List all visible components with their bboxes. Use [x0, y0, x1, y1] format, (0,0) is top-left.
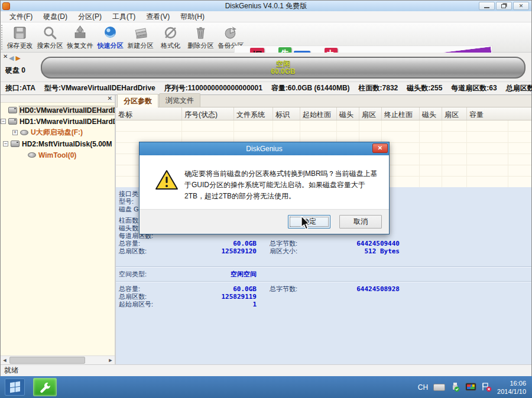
menu-bar: 文件(F) 硬盘(D) 分区(P) 工具(T) 查看(V) 帮助(H): [1, 11, 531, 22]
language-indicator[interactable]: CH: [418, 383, 428, 392]
detail-value: 125829119: [178, 293, 257, 301]
maximize-button[interactable]: [496, 2, 512, 10]
network-status-icon[interactable]: [482, 382, 492, 392]
toolbar-grip: [1, 25, 4, 50]
scrollbar-thumb[interactable]: [9, 357, 85, 364]
close-button[interactable]: ✕: [513, 2, 529, 10]
backup-partition-icon: [223, 25, 238, 40]
tree-item-udashi[interactable]: + U大师启动盘(F:): [1, 127, 115, 138]
disk-info-strip: 接口:ATA 型号:VMwareVirtualIDEHardDrive 序列号:…: [1, 82, 531, 95]
detail-value: 1: [178, 301, 257, 308]
scroll-right-icon[interactable]: ►: [106, 357, 115, 364]
expand-icon[interactable]: +: [12, 130, 18, 135]
disk-tree-panel: ✕ HD0:VMwareVirtualIDEHardD − HD1:VMware…: [1, 95, 116, 364]
tree-close-icon[interactable]: ✕: [108, 95, 112, 102]
prev-disk-arrow-icon[interactable]: ◀: [9, 54, 14, 61]
cancel-button[interactable]: 取消: [339, 215, 382, 229]
disk-icon: [8, 107, 17, 113]
tree-item-wimtool[interactable]: WimTool(0): [1, 149, 115, 161]
search-icon: [43, 25, 57, 40]
quick-partition-icon: [103, 25, 118, 40]
detail-value: 512 Bytes: [326, 247, 400, 255]
divider: [116, 266, 531, 267]
space-bar-title: 空闲: [276, 60, 290, 68]
new-partition-button[interactable]: 新建分区: [125, 22, 155, 52]
search-partition-button[interactable]: 搜索分区: [35, 22, 65, 52]
start-button[interactable]: [5, 379, 25, 396]
menu-help[interactable]: 帮助(H): [175, 11, 210, 23]
minimize-icon: [484, 7, 489, 8]
menu-tools[interactable]: 工具(T): [107, 11, 141, 23]
next-disk-arrow-icon[interactable]: ▶: [16, 54, 21, 61]
dialog-title-bar: DiskGenius ✕: [140, 142, 389, 155]
disk-icon: [8, 118, 17, 125]
dialog-title: DiskGenius: [246, 145, 282, 153]
usb-device-icon[interactable]: [450, 382, 460, 392]
collapse-icon[interactable]: −: [1, 119, 6, 124]
detail-value: 60.0GB: [178, 240, 257, 247]
warning-icon: [155, 169, 179, 191]
status-text: 就绪: [4, 366, 18, 376]
dialog-body: 确定要将当前磁盘的分区表格式转换到MBR吗？当前磁盘上基于GUID分区的操作系统…: [140, 155, 389, 209]
scroll-left-icon[interactable]: ◄: [1, 357, 9, 364]
menu-view[interactable]: 查看(V): [141, 11, 175, 23]
recover-files-button[interactable]: 恢复文件: [65, 22, 95, 52]
detail-value: 64424509440: [326, 240, 400, 247]
desktop: DiskGenius V4.0.1 免费版 ✕ 文件(F) 硬盘(D) 分区(P…: [0, 0, 532, 398]
keyboard-icon[interactable]: [433, 384, 445, 391]
status-bar: 就绪: [1, 364, 531, 376]
title-bar: DiskGenius V4.0.1 免费版 ✕: [1, 1, 531, 11]
tab-browse-files[interactable]: 浏览文件: [159, 93, 200, 107]
col-serial-status: 序号(状态): [182, 107, 234, 120]
panel-close-icon[interactable]: ✕: [3, 54, 8, 60]
tab-partition-params[interactable]: 分区参数: [117, 94, 158, 107]
wrench-icon: [39, 381, 51, 393]
window-title: DiskGenius V4.0.1 免费版: [1, 1, 531, 11]
maximize-icon: [501, 4, 506, 8]
delete-partition-button[interactable]: 删除分区: [186, 22, 216, 52]
tree-item-hd0[interactable]: HD0:VMwareVirtualIDEHardD: [1, 105, 115, 116]
minimize-button[interactable]: [479, 2, 495, 10]
dialog-close-button[interactable]: ✕: [372, 143, 388, 153]
dialog-message: 确定要将当前磁盘的分区表格式转换到MBR吗？当前磁盘上基于GUID分区的操作系统…: [184, 168, 379, 202]
save-changes-button[interactable]: 保存更改: [5, 22, 35, 52]
detail-value: 60.0GB: [178, 285, 257, 293]
display-icon[interactable]: [465, 383, 476, 392]
table-header-row: 卷标 序号(状态) 文件系统 标识 起始柱面 磁头 扇区 终止柱面 磁头 扇区 …: [116, 107, 531, 120]
detail-label: 总容量:: [119, 285, 178, 293]
format-button[interactable]: 格式化: [155, 22, 186, 52]
system-tray: CH 16:06 2014/1/10: [418, 376, 528, 398]
date: 2014/1/10: [497, 387, 526, 396]
collapse-icon[interactable]: −: [3, 141, 8, 146]
col-volume-label: 卷标: [116, 107, 182, 120]
detail-value: 64424508928: [326, 285, 400, 293]
tree-horizontal-scrollbar[interactable]: ◄ ►: [1, 355, 115, 364]
menu-partition[interactable]: 分区(P): [73, 11, 107, 23]
close-icon: ✕: [378, 145, 382, 151]
col-head: 磁头: [337, 107, 359, 120]
detail-label: 空间类型:: [119, 270, 178, 278]
quick-partition-button[interactable]: 快速分区: [95, 22, 125, 52]
detail-label: 总容量:: [119, 240, 178, 247]
toolbar: 保存更改 搜索分区 恢复文件 快速分区 新建分区 格式化: [1, 22, 531, 53]
info-sectors-per-track: 每道扇区数:63: [451, 83, 497, 93]
menu-disk[interactable]: 硬盘(D): [38, 11, 73, 23]
detail-label: 总扇区数:: [119, 293, 178, 301]
info-interface: 接口:ATA: [5, 83, 35, 93]
confirm-dialog: DiskGenius ✕ 确定要将当前磁盘的分区表格式转换到MBR吗？当前磁盘上…: [139, 142, 390, 234]
taskbar-app-diskgenius[interactable]: [33, 378, 57, 396]
free-space-bar[interactable]: 空闲 60.0GB: [41, 57, 525, 79]
partition-icon: [20, 130, 28, 135]
tree-item-hd1[interactable]: − HD1:VMwareVirtualIDEHardD: [1, 116, 115, 127]
close-icon: ✕: [519, 4, 524, 9]
col-start-cylinder: 起始柱面: [300, 107, 337, 120]
detail-label: 扇区大小:: [270, 247, 326, 255]
detail-label: 总字节数:: [270, 240, 326, 247]
menu-file[interactable]: 文件(F): [4, 11, 38, 23]
detail-label: 总字节数:: [270, 285, 326, 293]
tree-item-hd2[interactable]: − HD2:MsftVirtualDisk(5.00M: [1, 138, 115, 149]
info-serial: 序列号:1100000000000000001: [164, 83, 262, 93]
col-capacity: 容量: [467, 107, 508, 120]
clock[interactable]: 16:06 2014/1/10: [497, 379, 528, 396]
detail-label: 总扇区数:: [119, 247, 178, 255]
